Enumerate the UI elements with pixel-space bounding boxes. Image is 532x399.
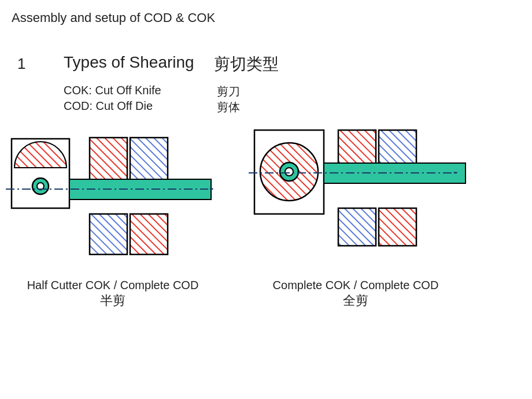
cok-label-zh: 剪刀: [217, 84, 240, 99]
svg-rect-12: [90, 214, 127, 254]
cok-label-en: COK: Cut Off Knife: [64, 84, 161, 97]
section-number: 1: [17, 55, 25, 73]
svg-point-25: [285, 168, 293, 176]
diagram1-caption-zh: 半剪: [100, 292, 125, 309]
cod-label-zh: 剪体: [217, 99, 240, 115]
svg-text:-: -: [453, 164, 457, 179]
section-heading-zh: 剪切类型: [214, 53, 279, 75]
section-heading-en: Types of Shearing: [64, 53, 194, 72]
diagram2-caption-en: Complete COK / Complete COD: [273, 279, 439, 292]
diagram2-caption-zh: 全剪: [343, 292, 368, 309]
svg-text:-: -: [209, 180, 213, 195]
diagram1-caption-en: Half Cutter COK / Complete COD: [27, 279, 199, 292]
svg-rect-13: [130, 214, 168, 254]
svg-rect-28: [338, 208, 376, 246]
diagram2: - Complete COK / Complete COD 全剪: [249, 121, 463, 309]
page-title: Assembly and setup of COD & COK: [12, 10, 215, 25]
cod-label-en: COD: Cut Off Die: [64, 99, 153, 113]
diagram1: - Half Cutter COK / Complete COD 半剪: [6, 121, 220, 309]
svg-rect-29: [379, 208, 416, 246]
